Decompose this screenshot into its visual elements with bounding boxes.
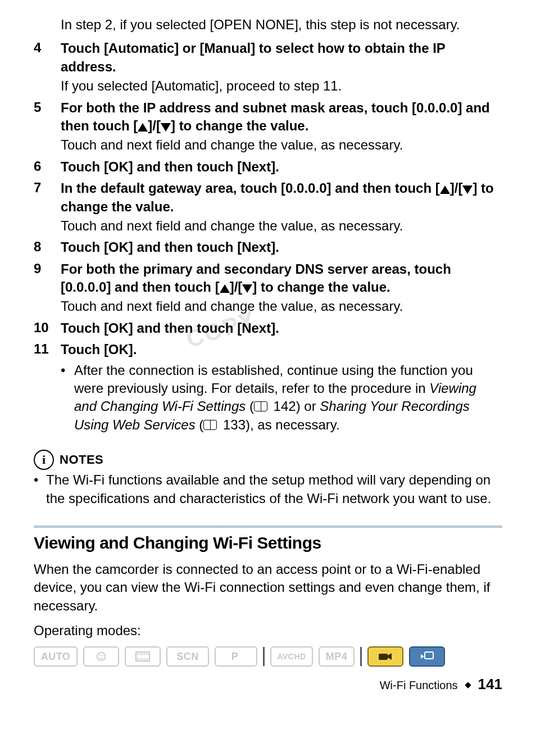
bullet-text: After the connection is established, con… — [74, 361, 502, 434]
operating-modes-label: Operating modes: — [34, 623, 502, 639]
step-11-bullet: • After the connection is established, c… — [61, 361, 502, 434]
step-instruction: Touch [OK] and then touch [Next]. — [61, 238, 502, 256]
mode-p: P — [215, 646, 257, 667]
filmstrip-icon — [135, 651, 150, 662]
triangle-down-icon — [462, 185, 473, 194]
step-6: 6 Touch [OK] and then touch [Next]. — [34, 158, 502, 176]
step-5: 5 For both the IP address and subnet mas… — [34, 99, 502, 155]
step-number: 10 — [34, 319, 61, 336]
notes-header: i NOTES — [34, 450, 502, 470]
play-photo-icon — [420, 651, 434, 662]
step-number: 8 — [34, 238, 61, 255]
step-11: 11 Touch [OK]. — [34, 341, 502, 359]
step-instruction: Touch [OK] and then touch [Next]. — [61, 319, 502, 337]
camcorder-icon — [378, 651, 393, 662]
page-number-ref: 133), as necessary. — [219, 417, 339, 432]
text-fragment: ( — [246, 399, 254, 414]
notes-label: NOTES — [60, 452, 103, 467]
page-number-ref: 142) or — [270, 399, 320, 414]
step-note: Touch and next field and change the valu… — [61, 136, 502, 154]
step-note: Touch and next field and change the valu… — [61, 297, 502, 315]
triangle-up-icon — [220, 284, 230, 293]
step-number: 4 — [34, 39, 61, 56]
mode-p-label: P — [231, 651, 239, 663]
text-fragment: ( — [196, 417, 204, 432]
step-number: 7 — [34, 179, 61, 196]
footer-section-name: Wi-Fi Functions — [380, 679, 458, 692]
svg-marker-17 — [421, 654, 424, 659]
mode-photo-playback — [409, 646, 445, 667]
mode-separator — [360, 647, 362, 666]
svg-marker-15 — [388, 653, 392, 660]
mode-avchd: AVCHD — [270, 646, 313, 667]
svg-rect-16 — [425, 652, 433, 659]
page-reference-icon — [203, 420, 217, 430]
step-4: 4 Touch [Automatic] or [Manual] to selec… — [34, 39, 502, 95]
mode-auto: AUTO — [34, 646, 78, 667]
step-note: If you selected [Automatic], proceed to … — [61, 77, 502, 95]
step-number: 11 — [34, 341, 61, 357]
mode-mp4: MP4 — [319, 646, 355, 667]
info-icon: i — [34, 450, 54, 470]
intro-text: In step 2, if you selected [OPEN NONE], … — [61, 16, 502, 34]
svg-point-1 — [99, 655, 100, 656]
operating-modes-row: AUTO SCN P AVCHD MP4 — [34, 646, 502, 667]
svg-point-0 — [97, 653, 106, 661]
step-number: 6 — [34, 158, 61, 174]
triangle-up-icon — [440, 185, 450, 194]
footer-diamond-icon — [465, 682, 471, 688]
step-7: 7 In the default gateway area, touch [0.… — [34, 179, 502, 235]
mode-cinema — [125, 646, 161, 667]
text-fragment: ]/[ — [230, 279, 243, 295]
text-fragment: In the default gateway area, touch [0.0.… — [61, 180, 440, 196]
text-fragment: ] to change the value. — [171, 118, 308, 133]
step-9: 9 For both the primary and secondary DNS… — [34, 260, 502, 316]
svg-rect-14 — [379, 654, 388, 660]
step-number: 5 — [34, 99, 61, 115]
mode-scn: SCN — [166, 646, 209, 667]
triangle-down-icon — [242, 284, 252, 293]
section-divider — [34, 526, 502, 528]
triangle-up-icon — [138, 123, 148, 132]
text-fragment: ]/[ — [450, 180, 463, 196]
step-instruction: In the default gateway area, touch [0.0.… — [61, 179, 502, 216]
step-instruction: For both the IP address and subnet mask … — [61, 99, 502, 135]
notes-text: The Wi-Fi functions available and the se… — [46, 471, 502, 508]
mode-baby — [83, 646, 119, 667]
section-paragraph: When the camcorder is connected to an ac… — [34, 560, 502, 615]
svg-point-2 — [102, 655, 103, 656]
mode-movie-playback — [367, 646, 403, 667]
bullet-marker: • — [61, 361, 74, 434]
step-instruction: Touch [OK]. — [61, 341, 502, 359]
baby-face-icon — [95, 650, 107, 663]
step-instruction: Touch [Automatic] or [Manual] to select … — [61, 39, 502, 76]
mode-separator — [263, 647, 265, 666]
step-instruction: Touch [OK] and then touch [Next]. — [61, 158, 502, 176]
text-fragment: ] to change the value. — [252, 279, 390, 295]
text-fragment: ]/[ — [148, 118, 161, 133]
page-footer: Wi-Fi Functions 141 — [34, 676, 502, 693]
footer-page-number: 141 — [478, 676, 502, 693]
section-title: Viewing and Changing Wi-Fi Settings — [34, 533, 502, 553]
step-note: Touch and next field and change the valu… — [61, 217, 502, 235]
step-instruction: For both the primary and secondary DNS s… — [61, 260, 502, 297]
step-number: 9 — [34, 260, 61, 277]
step-10: COPY 10 Touch [OK] and then touch [Next]… — [34, 319, 502, 337]
step-8: 8 Touch [OK] and then touch [Next]. — [34, 238, 502, 256]
notes-bullet: • The Wi-Fi functions available and the … — [34, 471, 502, 508]
page-reference-icon — [254, 401, 267, 411]
triangle-down-icon — [161, 123, 171, 132]
bullet-marker: • — [34, 471, 46, 508]
text-fragment: After the connection is established, con… — [74, 363, 473, 396]
